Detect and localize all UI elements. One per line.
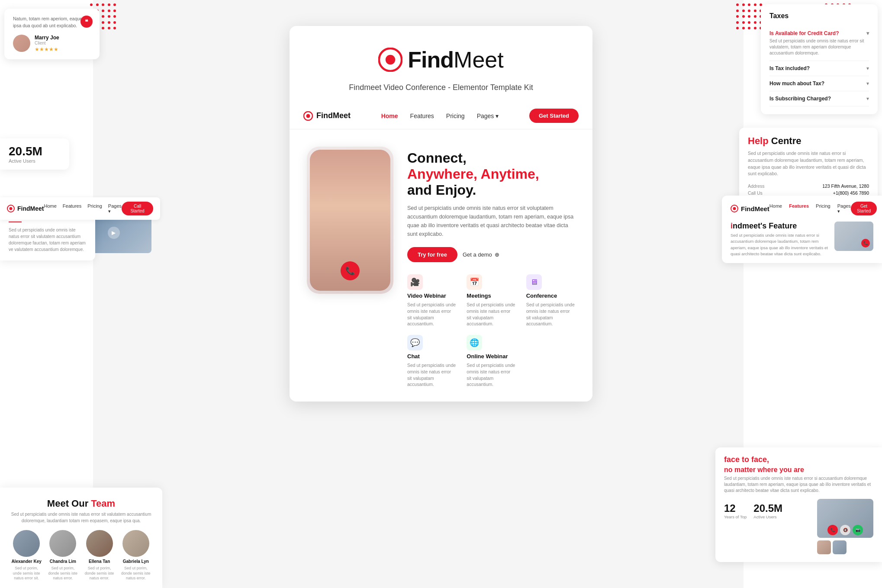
feat-nav-logo-icon xyxy=(731,205,738,212)
feature-chat-desc: Sed ut perspiciatis unde omnis iste natu… xyxy=(407,362,456,388)
member-chandra-name: Chandra Lim xyxy=(50,559,76,564)
chevron-included-icon: ▾ xyxy=(866,65,869,71)
hero-buttons: Try for free Get a demo ⊕ xyxy=(407,247,575,262)
tax-included-label: Is Tax included? xyxy=(769,65,810,71)
testimonial-user: Marry Joe Client ★★★★★ xyxy=(13,35,91,52)
hero-section: 📞 Connect, Anywhere, Anytime, and Enjoy.… xyxy=(290,129,592,402)
main-header: FindMeet Findmeet Video Conference - Ele… xyxy=(290,26,592,103)
testimonial-role: Client xyxy=(35,41,59,45)
testimonial-name: Marry Joe xyxy=(35,35,59,41)
feature-video-webinar: 🎥 Video Webinar Sed ut perspiciatis unde… xyxy=(407,274,456,327)
member-chandra: Chandra Lim Sed ut porim, donde semis is… xyxy=(47,530,79,581)
meet-members-row: Alexander Key Sed ut porim, unde semis i… xyxy=(10,530,152,581)
center-nav: FindMeet Home Features Pricing Pages ▾ G… xyxy=(290,103,592,129)
member-ellena-desc: Sed ut porim, donde semis iste natus err… xyxy=(84,566,116,581)
help-phone-label: Call Us xyxy=(748,190,782,196)
center-nav-cta[interactable]: Get Started xyxy=(529,109,579,123)
face-thumbnail: 📞 🔇 📷 xyxy=(817,499,873,538)
tax-item-howmuch[interactable]: How much about Tax? ▾ xyxy=(769,76,869,91)
center-nav-links[interactable]: Home Features Pricing Pages ▾ xyxy=(381,112,499,119)
member-alexander-name: Alexander Key xyxy=(11,559,41,564)
tax-item-included[interactable]: Is Tax included? ▾ xyxy=(769,61,869,76)
face-video-controls: 📞 🔇 📷 xyxy=(827,525,863,535)
feature-thumbnail: 📞 xyxy=(834,222,873,251)
center-nav-logo: FindMeet xyxy=(303,111,351,121)
help-centre-desc: Sed ut perspiciatis unde omnis iste natu… xyxy=(748,150,869,177)
small-nav-left: FindMeet Home Features Pricing Pages ▾ C… xyxy=(0,197,160,220)
logo-bold: Find xyxy=(408,47,454,72)
try-free-button[interactable]: Try for free xyxy=(407,247,457,262)
active-users-number: 20.5M xyxy=(9,145,61,158)
features-nav-cta[interactable]: Get Started xyxy=(851,202,877,215)
mute-btn[interactable]: 🔇 xyxy=(840,525,850,535)
taxes-card: Taxes Is Available for Credit Card? ▾ Se… xyxy=(761,4,878,114)
end-call-btn[interactable]: 📞 xyxy=(827,525,838,535)
video-btn[interactable]: 📷 xyxy=(853,525,863,535)
main-subtitle: Findmeet Video Conference - Elementor Te… xyxy=(307,83,575,92)
feature-thumb-inner: 📞 xyxy=(834,222,873,251)
member-chandra-desc: Sed ut porim, donde semis iste natus err… xyxy=(47,566,79,581)
sn-pricing[interactable]: Pricing xyxy=(87,203,102,214)
hero-description: Sed ut perspiciatis unde omnis iste natu… xyxy=(407,204,575,238)
member-gabriela-avatar xyxy=(122,530,149,557)
tax-credit-card-title[interactable]: Is Available for Credit Card? ▾ xyxy=(769,30,869,36)
face-stat-years: 12 Years of Top xyxy=(724,502,747,519)
chevron-credit-icon: ▾ xyxy=(866,30,869,36)
sn-features[interactable]: Features xyxy=(63,203,81,214)
lovely-team-desc: Sed ut perspiciatis unde omnis iste natu… xyxy=(9,227,87,253)
face-video-col: 📞 🔇 📷 xyxy=(817,499,873,554)
face-users-label: Active Users xyxy=(753,514,782,519)
member-chandra-avatar xyxy=(49,530,76,557)
nav-pages[interactable]: Pages ▾ xyxy=(477,112,499,119)
face-stats-col: 12 Years of Top 20.5M Active Users xyxy=(724,499,782,519)
member-gabriela-name: Gabriela Lyn xyxy=(123,559,149,564)
logo-regular: Meet xyxy=(454,47,504,72)
nav-pricing[interactable]: Pricing xyxy=(446,112,465,119)
get-demo-button[interactable]: Get a demo ⊕ xyxy=(463,251,499,258)
fn-pricing[interactable]: Pricing xyxy=(816,203,830,214)
fn-pages[interactable]: Pages ▾ xyxy=(837,203,851,214)
video-webinar-icon: 🎥 xyxy=(407,274,423,290)
testimonial-avatar xyxy=(13,35,30,52)
feature-online-webinar: 🌐 Online Webinar Sed ut perspiciatis und… xyxy=(467,335,515,388)
feature-mt-label: Meetings xyxy=(467,292,515,299)
tax-howmuch-label: How much about Tax? xyxy=(769,80,824,87)
sn-home[interactable]: Home xyxy=(44,203,56,214)
lovely-divider xyxy=(9,222,22,222)
features-grid: 🎥 Video Webinar Sed ut perspiciatis unde… xyxy=(407,274,575,388)
testimonial-card: ❝ Natum, totam rem aperiom, eaque ipsa d… xyxy=(4,9,100,59)
quote-icon: ❝ xyxy=(80,16,93,28)
feature-main-title: indmeet's Feature xyxy=(731,222,829,231)
feature-ow-desc: Sed ut perspiciatis unde omnis iste natu… xyxy=(467,362,515,388)
small-nav-logo: FindMeet xyxy=(7,205,44,212)
face-users-num: 20.5M xyxy=(753,502,782,514)
face-mini-avatars xyxy=(817,540,873,554)
feature-conf-desc: Sed ut perspiciatis unde omnis iste natu… xyxy=(526,302,575,327)
feature-chat-label: Chat xyxy=(407,353,456,360)
fn-home[interactable]: Home xyxy=(769,203,782,214)
call-button-icon: 📞 xyxy=(341,261,360,280)
tax-item-subscribing[interactable]: Is Subscribing Charged? ▾ xyxy=(769,91,869,106)
member-alexander-avatar xyxy=(13,530,40,557)
testimonial-stars: ★★★★★ xyxy=(35,46,59,52)
sn-pages[interactable]: Pages ▾ xyxy=(108,203,122,214)
small-nav-links: Home Features Pricing Pages ▾ xyxy=(44,203,122,214)
face-to-face-card: face to face, no matter where you are Se… xyxy=(715,447,882,562)
help-phone-value: +1(800) 456 7890 xyxy=(833,190,869,196)
features-nav-logo: FindMeet xyxy=(731,205,769,212)
fn-features[interactable]: Features xyxy=(789,203,809,214)
member-gabriela: Gabriela Lyn Sed ut porim, donde semis i… xyxy=(120,530,152,581)
phone-screen: 📞 xyxy=(310,150,390,291)
nav-home[interactable]: Home xyxy=(381,112,398,119)
hero-title-line3: and Enjoy. xyxy=(407,182,575,198)
hero-phone-mockup: 📞 xyxy=(307,147,393,294)
nav-features[interactable]: Features xyxy=(410,112,434,119)
face-years-label: Years of Top xyxy=(724,514,747,519)
meet-team-section: Meet Our Team Sed ut perspiciatis unde o… xyxy=(0,488,162,588)
feature-thumb-btn: 📞 xyxy=(861,239,870,247)
svg-point-1 xyxy=(386,55,395,64)
tax-item-credit-card: Is Available for Credit Card? ▾ Sed ut p… xyxy=(769,26,869,61)
play-icon: ▶ xyxy=(108,227,120,239)
small-nav-cta[interactable]: Call Started xyxy=(122,202,153,215)
conference-icon: 🖥 xyxy=(526,274,542,290)
